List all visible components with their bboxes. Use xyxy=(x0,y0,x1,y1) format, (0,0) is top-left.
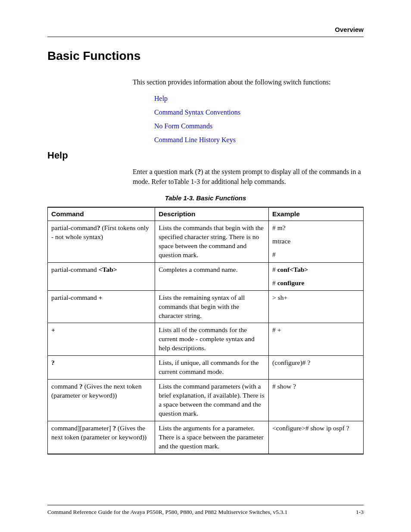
chapter-title: Overview xyxy=(47,26,364,33)
cell-command: + xyxy=(48,323,155,356)
table-header-row: Command Description Example xyxy=(48,207,364,221)
cell-command: partial-command? (First tokens only - no… xyxy=(48,221,155,263)
toc-link[interactable]: Help xyxy=(154,95,364,103)
toc-link[interactable]: Command Line History Keys xyxy=(154,136,364,144)
basic-functions-table: Command Description Example partial-comm… xyxy=(47,207,364,454)
page-title: Basic Functions xyxy=(47,49,364,63)
toc-link[interactable]: Command Syntax Conventions xyxy=(154,109,364,116)
cell-example: > sh+ xyxy=(269,290,364,323)
cell-description: Lists the remaining syntax of all comman… xyxy=(155,290,269,323)
cell-description: Lists the command parameters (with a bri… xyxy=(155,380,269,421)
intro-text: This section provides information about … xyxy=(133,78,364,87)
cell-example: <configure># show ip ospf ? xyxy=(269,421,364,454)
cell-description: Lists, if unique, all commands for the c… xyxy=(155,356,269,380)
table-caption: Table 1-3. Basic Functions xyxy=(47,194,364,202)
table-row: ?Lists, if unique, all commands for the … xyxy=(48,356,364,380)
cell-command: command ? (Gives the next token (paramet… xyxy=(48,380,155,421)
page-number: 1-3 xyxy=(356,509,364,516)
table-row: partial-command? (First tokens only - no… xyxy=(48,221,364,263)
cell-example: # m?mtrace# xyxy=(269,221,364,263)
cell-example: (configure)# ? xyxy=(269,356,364,380)
cell-description: Lists the commands that begin with the s… xyxy=(155,221,269,263)
link-list: HelpCommand Syntax ConventionsNo Form Co… xyxy=(154,95,364,144)
cell-example: # conf<Tab># configure xyxy=(269,262,364,290)
toc-link[interactable]: No Form Commands xyxy=(154,122,364,130)
cell-example: # show ? xyxy=(269,380,364,421)
cell-command: partial-command + xyxy=(48,290,155,323)
cell-description: Lists all of the commands for the curren… xyxy=(155,323,269,356)
table-row: +Lists all of the commands for the curre… xyxy=(48,323,364,356)
page-footer: Command Reference Guide for the Avaya P5… xyxy=(47,505,364,516)
col-example: Example xyxy=(269,207,364,221)
cell-example: # + xyxy=(269,323,364,356)
table-row: partial-command +Lists the remaining syn… xyxy=(48,290,364,323)
cell-description: Completes a command name. xyxy=(155,262,269,290)
col-description: Description xyxy=(155,207,269,221)
cell-description: Lists the arguments for a parameter. The… xyxy=(155,421,269,454)
footer-text: Command Reference Guide for the Avaya P5… xyxy=(47,509,287,516)
section-heading-help: Help xyxy=(47,150,364,161)
header-rule xyxy=(47,37,364,37)
cell-command: command][parameter] ? (Gives the next to… xyxy=(48,421,155,454)
table-row: command][parameter] ? (Gives the next to… xyxy=(48,421,364,454)
table-row: command ? (Gives the next token (paramet… xyxy=(48,380,364,421)
table-row: partial-command <Tab>Completes a command… xyxy=(48,262,364,290)
help-paragraph: Enter a question mark (?) at the system … xyxy=(133,167,364,187)
cell-command: ? xyxy=(48,356,155,380)
col-command: Command xyxy=(48,207,155,221)
cell-command: partial-command <Tab> xyxy=(48,262,155,290)
